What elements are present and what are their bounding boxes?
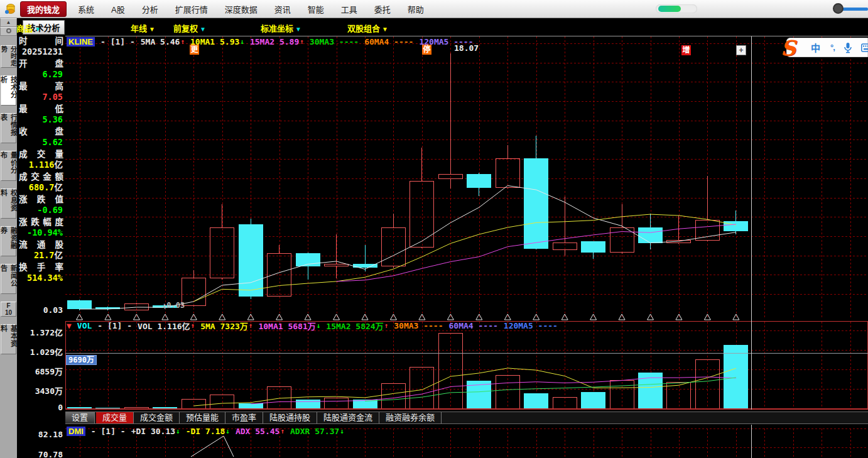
vol-header-segment: VOL <box>77 321 92 330</box>
app-window: 我的钱龙 系统A股分析扩展行情深度数据资讯智能工具委托帮助 技术分析 年线▼前复… <box>0 0 868 458</box>
indicator-tab-陆股通持股[interactable]: 陆股通持股 <box>263 412 317 423</box>
sogou-logo-icon[interactable]: S <box>781 37 803 60</box>
segment-text: ADXR 57.37 <box>290 427 339 436</box>
quote-info-panel: 时间20251231开盘6.29最高7.05最低5.36收盘5.62成交量1.1… <box>18 36 65 285</box>
event-badge-增[interactable]: 增 <box>681 45 691 55</box>
info-value-unit: 亿 <box>55 160 63 170</box>
sidebar-tab-融资融券[interactable]: 融资融券 <box>1 226 16 256</box>
chevron-down-icon: ▼ <box>200 26 206 33</box>
segment-text: DMI <box>68 427 84 436</box>
info-label: 成交量 <box>18 150 65 160</box>
trend-arrow-icon: ↑ <box>280 427 285 435</box>
progress-pill-fill <box>658 6 681 12</box>
info-value: 514.34% <box>18 273 65 283</box>
chevron-down-icon: ▼ <box>149 26 155 33</box>
dropdown-年线[interactable]: 年线▼ <box>131 22 155 34</box>
segment-text: 10MA1 5681万 <box>258 320 315 332</box>
info-value-number: 514.34% <box>27 273 63 283</box>
info-value: 20251231 <box>18 46 65 57</box>
keyboard-icon[interactable] <box>861 43 868 52</box>
indicator-tab-成交金额[interactable]: 成交金额 <box>134 412 180 423</box>
chevron-down-icon: ▼ <box>35 26 41 33</box>
scroll-up-button[interactable]: ▲ <box>0 18 17 27</box>
info-label: 成交金额 <box>18 172 65 182</box>
vol-header-segment[interactable]: ▼ <box>67 321 72 330</box>
segment-text: 5MA 7323万 <box>200 320 248 332</box>
segment-text: VOL 1.116亿 <box>138 320 190 332</box>
menu-item[interactable]: 资讯 <box>273 2 292 16</box>
trend-arrow-icon: ↓ <box>240 38 244 46</box>
indicator-tab-陆股通资金流[interactable]: 陆股通资金流 <box>317 412 379 423</box>
settings-gear-icon[interactable] <box>0 27 17 36</box>
punctuation-icon[interactable]: °, <box>830 43 835 52</box>
app-button[interactable]: 我的钱龙 <box>20 1 67 17</box>
toolbar: 技术分析 年线▼前复权▼标准坐标▼双股组合▼叠加商品▼ <box>0 18 868 36</box>
menu-item[interactable]: 深度数据 <box>224 2 259 16</box>
info-value: 5.62 <box>18 137 65 147</box>
dmi-header-segment: -DI 7.18↓ <box>186 427 230 436</box>
indicator-tab-融资融券余额[interactable]: 融资融券余额 <box>379 412 442 423</box>
segment-text: - [1] - <box>91 427 126 436</box>
sidebar-tab-技术分析[interactable]: 技术分析 <box>1 75 16 106</box>
event-badge-更[interactable]: 更 <box>190 45 199 55</box>
sidebar-tab-F10[interactable]: F 10 <box>1 302 16 317</box>
kline-header-segment: 5MA 5.46↑ <box>141 37 185 46</box>
segment-text: 60MA4 ---- <box>364 37 413 46</box>
dropdown-双股组合[interactable]: 双股组合▼ <box>347 22 388 34</box>
menu-item[interactable]: 帮助 <box>406 2 425 16</box>
info-label: 流通股 <box>18 240 65 250</box>
vol-header-segment: 120MA5 ---- <box>504 321 558 330</box>
segment-text: 120MA5 ---- <box>504 321 558 330</box>
sidebar-tab-分时走势[interactable]: 分时走势 <box>1 45 16 68</box>
kline-header-segment: 30MA3 ---- <box>310 37 359 46</box>
sidebar-tab-基本资料[interactable]: 基本资料 <box>1 324 16 354</box>
indicator-tab-市盈率[interactable]: 市盈率 <box>225 412 263 423</box>
chinese-mode-icon[interactable]: 中 <box>811 41 820 54</box>
slider-control[interactable] <box>833 2 868 16</box>
kline-axis-bottom-label: 0.03 <box>43 305 63 315</box>
vol-header-segment: 15MA2 5824万↑ <box>326 320 388 332</box>
info-value-number: 6.29 <box>42 69 63 79</box>
dropdown-前复权[interactable]: 前复权▼ <box>173 22 206 34</box>
info-label: 开盘 <box>18 59 65 69</box>
menu-item[interactable]: 系统 <box>77 2 95 16</box>
trend-arrow-icon: ↑ <box>249 322 253 330</box>
sidebar-tab-行情报表[interactable]: 行情报表 <box>1 113 16 143</box>
info-row: 时间20251231 <box>18 36 65 57</box>
menu-item[interactable]: 智能 <box>307 2 325 16</box>
input-method-bar: S 中 °, <box>786 38 868 57</box>
dmi-axis-label: 82.18 <box>38 430 63 439</box>
menu-item[interactable]: 分析 <box>141 2 160 16</box>
chart-canvas[interactable] <box>0 0 868 458</box>
sidebar-tab-新闻公告[interactable]: 新闻公告 <box>1 264 16 294</box>
kline-header: KLINE- [1] -5MA 5.46↑10MA1 5.93↓15MA2 5.… <box>67 36 474 46</box>
info-row: 最高7.05 <box>18 82 65 102</box>
info-value: 7.05 <box>18 92 65 102</box>
trend-arrow-icon: ↑ <box>180 38 185 46</box>
indicator-tab-预估量能[interactable]: 预估量能 <box>180 412 225 423</box>
event-badge-停[interactable]: 停 <box>422 45 431 55</box>
slider-knob[interactable] <box>833 3 844 14</box>
add-indicator-button[interactable]: + <box>736 45 746 55</box>
info-value: 5.36 <box>18 114 65 124</box>
indicator-tab-成交量[interactable]: 成交量 <box>96 412 134 423</box>
indicator-tab-设置[interactable]: 设置 <box>65 412 95 423</box>
menu-item[interactable]: 工具 <box>340 2 359 16</box>
menu-item[interactable]: A股 <box>110 2 126 16</box>
info-value-number: 1.116 <box>29 160 55 170</box>
dropdown-label: 双股组合 <box>347 24 380 33</box>
dmi-header-segment: - [1] - <box>91 427 126 436</box>
sidebar-panel: 时间20251231开盘6.29最高7.05最低5.36收盘5.62成交量1.1… <box>17 36 65 458</box>
info-label: 时间 <box>18 36 65 46</box>
sidebar-tab-量价分布[interactable]: 量价分布 <box>1 151 16 181</box>
dmi-header-segment: ADXR 57.37↓ <box>290 427 344 436</box>
menu-item[interactable]: 委托 <box>373 2 392 16</box>
info-value-number: 5.36 <box>42 114 63 124</box>
progress-pill <box>656 4 697 13</box>
segment-text: 15MA2 5.89 <box>250 37 299 46</box>
menu-item[interactable]: 扩展行情 <box>174 2 209 16</box>
microphone-icon[interactable] <box>844 42 852 53</box>
sidebar-tab-权息资料[interactable]: 权息资料 <box>1 188 16 219</box>
dropdown-标准坐标[interactable]: 标准坐标▼ <box>261 22 301 34</box>
segment-text: 60MA4 ---- <box>449 321 498 330</box>
